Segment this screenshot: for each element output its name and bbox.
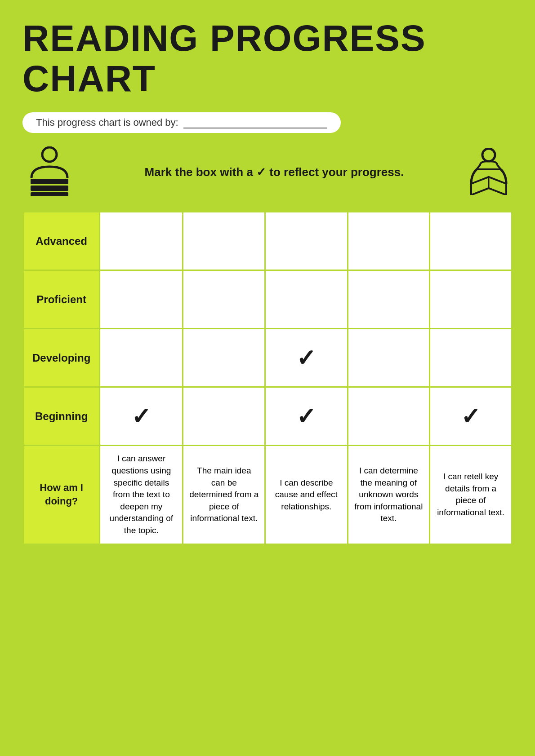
desc-5: I can retell key details from a piece of… bbox=[430, 446, 512, 544]
cell-advanced-3[interactable] bbox=[265, 212, 348, 270]
cell-beginning-2[interactable] bbox=[183, 387, 265, 446]
teacher-icon bbox=[22, 146, 81, 198]
svg-rect-3 bbox=[31, 192, 68, 196]
svg-rect-2 bbox=[31, 186, 68, 191]
row-beginning: Beginning ✓ ✓ ✓ bbox=[23, 387, 512, 446]
label-beginning: Beginning bbox=[23, 387, 100, 446]
progress-table: Advanced Proficient Developing ✓ Beginni… bbox=[22, 211, 513, 544]
cell-beginning-1[interactable]: ✓ bbox=[100, 387, 183, 446]
desc-3: I can describe cause and effect relation… bbox=[265, 446, 348, 544]
cell-developing-2[interactable] bbox=[183, 329, 265, 387]
row-developing: Developing ✓ bbox=[23, 329, 512, 387]
label-developing: Developing bbox=[23, 329, 100, 387]
cell-proficient-4[interactable] bbox=[348, 270, 430, 329]
cell-developing-4[interactable] bbox=[348, 329, 430, 387]
cell-proficient-5[interactable] bbox=[430, 270, 512, 329]
owner-label: This progress chart is owned by: bbox=[36, 117, 178, 128]
desc-4: I can determine the meaning of unknown w… bbox=[348, 446, 430, 544]
desc-2: The main idea can be determined from a p… bbox=[183, 446, 265, 544]
check-beginning-3: ✓ bbox=[296, 403, 316, 429]
cell-beginning-3[interactable]: ✓ bbox=[265, 387, 348, 446]
desc-1: I can answer questions using specific de… bbox=[100, 446, 183, 544]
label-advanced: Advanced bbox=[23, 212, 100, 270]
row-advanced: Advanced bbox=[23, 212, 512, 270]
owner-line bbox=[183, 128, 327, 128]
cell-developing-3[interactable]: ✓ bbox=[265, 329, 348, 387]
cell-developing-5[interactable] bbox=[430, 329, 512, 387]
label-how: How am I doing? bbox=[23, 446, 100, 544]
cell-advanced-2[interactable] bbox=[183, 212, 265, 270]
cell-beginning-4[interactable] bbox=[348, 387, 430, 446]
cell-advanced-4[interactable] bbox=[348, 212, 430, 270]
row-how: How am I doing? I can answer questions u… bbox=[23, 446, 512, 544]
cell-advanced-1[interactable] bbox=[100, 212, 183, 270]
page-title: READING PROGRESS CHART bbox=[22, 18, 513, 99]
label-proficient: Proficient bbox=[23, 270, 100, 329]
cell-developing-1[interactable] bbox=[100, 329, 183, 387]
icons-instruction-row: Mark the box with a ✓ to reflect your pr… bbox=[22, 146, 513, 198]
owner-bar: This progress chart is owned by: bbox=[22, 112, 341, 133]
svg-point-4 bbox=[482, 149, 495, 161]
check-beginning-1: ✓ bbox=[131, 403, 151, 429]
cell-proficient-2[interactable] bbox=[183, 270, 265, 329]
cell-proficient-3[interactable] bbox=[265, 270, 348, 329]
cell-proficient-1[interactable] bbox=[100, 270, 183, 329]
reader-icon bbox=[468, 148, 513, 197]
check-developing-3: ✓ bbox=[296, 345, 316, 371]
row-proficient: Proficient bbox=[23, 270, 512, 329]
check-beginning-5: ✓ bbox=[461, 403, 481, 429]
svg-rect-1 bbox=[31, 179, 68, 184]
cell-advanced-5[interactable] bbox=[430, 212, 512, 270]
svg-point-0 bbox=[42, 147, 57, 162]
cell-beginning-5[interactable]: ✓ bbox=[430, 387, 512, 446]
instruction-text: Mark the box with a ✓ to reflect your pr… bbox=[81, 165, 468, 179]
